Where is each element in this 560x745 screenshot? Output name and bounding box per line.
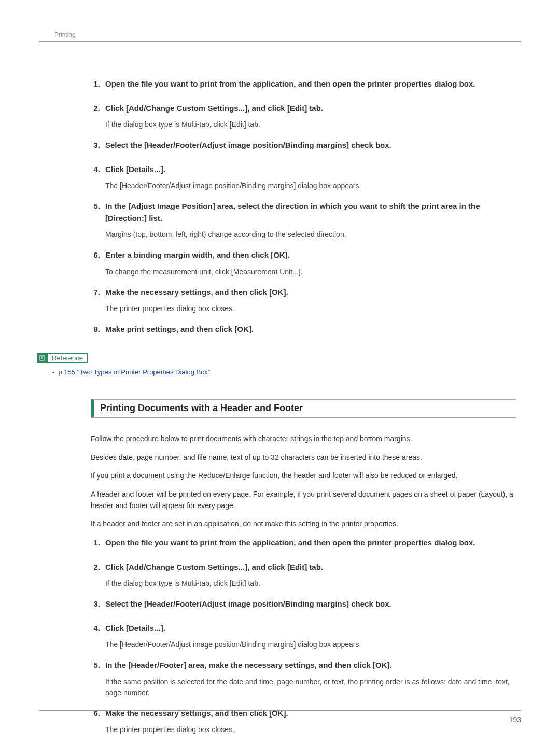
list-item: 1. Open the file you want to print from … — [91, 537, 516, 554]
item-title: Open the file you want to print from the… — [105, 537, 516, 549]
item-desc: The [Header/Footer/Adjust image position… — [105, 639, 516, 650]
item-desc: The [Header/Footer/Adjust image position… — [105, 180, 516, 191]
item-title: Click [Details...]. — [105, 164, 516, 176]
reference-link[interactable]: p.155 "Two Types of Printer Properties D… — [59, 368, 211, 376]
reference-link-row: • p.155 "Two Types of Printer Properties… — [39, 368, 521, 376]
item-desc: If the same position is selected for the… — [105, 677, 516, 698]
page-number: 193 — [509, 715, 521, 724]
item-desc: If the dialog box type is Multi-tab, cli… — [105, 578, 516, 589]
header-section-label: Printing — [39, 31, 521, 38]
item-number: 4. — [91, 624, 105, 632]
list-item: 8. Make print settings, and then click [… — [91, 324, 516, 341]
list-item: 7. Make the necessary settings, and then… — [91, 287, 516, 317]
reference-label: Reference — [47, 353, 88, 363]
item-title: In the [Header/Footer] area, make the ne… — [105, 659, 516, 671]
paragraph: If a header and footer are set in an app… — [91, 518, 516, 530]
paragraph: Follow the procedure below to print docu… — [91, 433, 516, 445]
item-title: Click [Add/Change Custom Settings...], a… — [105, 103, 516, 115]
item-number: 1. — [91, 79, 105, 88]
item-title: Select the [Header/Footer/Adjust image p… — [105, 598, 516, 610]
item-number: 7. — [91, 288, 105, 297]
reference-icon — [37, 353, 47, 363]
item-number: 3. — [91, 599, 105, 608]
item-number: 5. — [91, 202, 105, 210]
item-number: 4. — [91, 165, 105, 174]
item-number: 3. — [91, 140, 105, 149]
item-title: Make print settings, and then click [OK]… — [105, 324, 516, 335]
paragraph: If you print a document using the Reduce… — [91, 470, 516, 482]
item-desc: If the dialog box type is Multi-tab, cli… — [105, 119, 516, 130]
item-number: 1. — [91, 538, 105, 547]
paragraph: A header and footer will be printed on e… — [91, 489, 516, 511]
item-number: 6. — [91, 250, 105, 259]
bullet-icon: • — [52, 370, 54, 375]
list-item: 3. Select the [Header/Footer/Adjust imag… — [91, 598, 516, 615]
item-desc: To change the measurement unit, click [M… — [105, 266, 516, 277]
item-desc: Margins (top, bottom, left, right) chang… — [105, 229, 516, 240]
page-footer: 193 — [39, 710, 521, 724]
list-item: 2. Click [Add/Change Custom Settings...]… — [91, 103, 516, 133]
page-header: Printing — [39, 31, 521, 42]
item-title: Click [Add/Change Custom Settings...], a… — [105, 561, 516, 573]
item-desc: The printer properties dialog box closes… — [105, 724, 516, 735]
list-item: 6. Enter a binding margin width, and the… — [91, 249, 516, 279]
item-title: Make the necessary settings, and then cl… — [105, 287, 516, 299]
item-number: 2. — [91, 563, 105, 571]
list-item: 3. Select the [Header/Footer/Adjust imag… — [91, 139, 516, 157]
item-desc: The printer properties dialog box closes… — [105, 303, 516, 314]
list-item: 1. Open the file you want to print from … — [91, 78, 516, 95]
paragraph: Besides date, page number, and file name… — [91, 452, 516, 463]
list-item: 5. In the [Adjust Image Position] area, … — [91, 201, 516, 242]
section-heading: Printing Documents with a Header and Foo… — [91, 399, 516, 418]
item-number: 8. — [91, 325, 105, 333]
item-title: Select the [Header/Footer/Adjust image p… — [105, 139, 516, 151]
list-item: 5. In the [Header/Footer] area, make the… — [91, 659, 516, 700]
item-title: Enter a binding margin width, and then c… — [105, 249, 516, 261]
list-item: 4. Click [Details...]. The [Header/Foote… — [91, 623, 516, 653]
item-number: 2. — [91, 104, 105, 113]
item-title: Click [Details...]. — [105, 623, 516, 635]
reference-badge: Reference — [37, 353, 88, 363]
item-number: 5. — [91, 660, 105, 669]
list-item: 4. Click [Details...]. The [Header/Foote… — [91, 164, 516, 194]
item-title: Open the file you want to print from the… — [105, 78, 516, 90]
item-title: In the [Adjust Image Position] area, sel… — [105, 201, 516, 224]
list-item: 2. Click [Add/Change Custom Settings...]… — [91, 561, 516, 592]
